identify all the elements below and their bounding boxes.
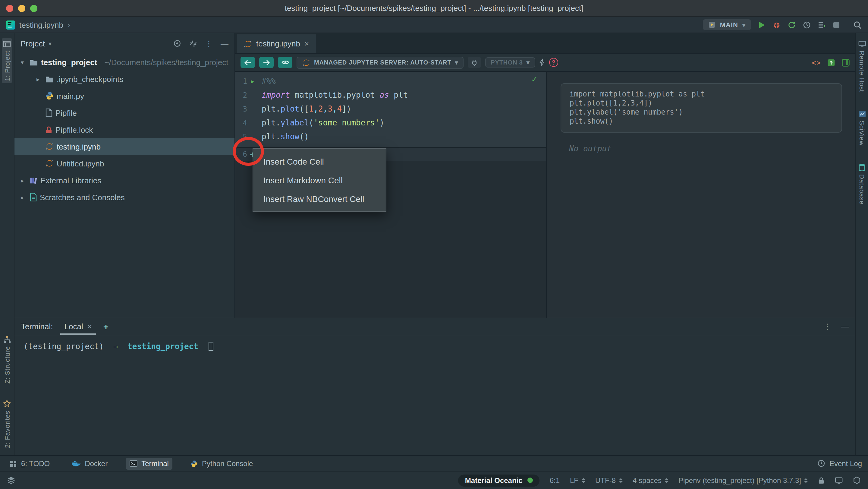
run-cell-icon[interactable]: ▶ <box>247 78 258 84</box>
tool-window-button-docker[interactable]: Docker <box>68 457 111 469</box>
tree-item-scratches-and-consoles[interactable]: ▸Scratches and Consoles <box>14 189 235 206</box>
tool-stripe-button-sciview[interactable]: SciView <box>857 108 867 148</box>
close-tab-icon[interactable]: × <box>304 39 309 48</box>
jupyter-server-icon <box>302 58 310 67</box>
search-everywhere-button[interactable] <box>853 20 862 29</box>
interpreter-widget[interactable]: Pipenv (testing_project) [Python 3.7.3] <box>678 476 808 485</box>
notebook-toolbar: MANAGED JUPYTER SERVER: AUTO-START ▾ PYT… <box>235 54 855 72</box>
tree-item-label: .ipynb_checkpoints <box>57 74 123 84</box>
tree-item-testing-ipynb[interactable]: testing.ipynb <box>14 138 235 155</box>
stop-button[interactable] <box>833 22 840 28</box>
annotation-circle <box>233 137 264 166</box>
close-terminal-tab-icon[interactable]: × <box>87 322 92 331</box>
tree-item-external-libraries[interactable]: ▸External Libraries <box>14 172 235 189</box>
tool-window-button-python-console[interactable]: Python Console <box>187 457 256 469</box>
editor-tab-testing-ipynb[interactable]: testing.ipynb × <box>237 34 315 53</box>
running-processes-button[interactable] <box>818 22 826 28</box>
restart-kernel-icon[interactable] <box>539 59 545 66</box>
tree-item-testing-project[interactable]: ▾testing_project~/Documents/spikes/testi… <box>14 54 235 70</box>
code-token: , <box>333 104 337 113</box>
project-view-title[interactable]: Project <box>21 39 45 48</box>
prompt-directory: testing_project <box>127 342 198 351</box>
collapse-all-button[interactable] <box>189 39 197 47</box>
minimize-window-button[interactable] <box>18 4 25 12</box>
theme-widget[interactable]: Material Oceanic <box>458 474 539 486</box>
chevron-down-icon[interactable]: ▾ <box>49 40 52 47</box>
code-line-1[interactable]: 1▶#%% <box>235 74 546 88</box>
event-log-button[interactable]: Event Log <box>817 459 862 467</box>
tree-item-pipfile-lock[interactable]: Pipfile.lock <box>14 121 235 138</box>
tree-item-ipynb-checkpoints[interactable]: ▸.ipynb_checkpoints <box>14 70 235 87</box>
new-terminal-session-button[interactable]: + <box>103 322 109 332</box>
settings-hexagon-icon[interactable] <box>853 476 861 484</box>
profiler-button[interactable] <box>803 21 811 29</box>
split-layout-button[interactable] <box>841 58 850 67</box>
terminal-header-actions: ⋮ — <box>824 322 849 331</box>
connect-kernel-button[interactable] <box>468 57 481 68</box>
code-text: import matplotlib.pyplot as plt <box>258 90 408 99</box>
more-options-icon[interactable]: ⋮ <box>824 322 831 331</box>
tool-window-button-terminal[interactable]: Terminal <box>126 457 173 469</box>
notebook-preview-pane: import matplotlib.pyplot as pltplt.plot(… <box>547 72 855 318</box>
project-header-actions: ⋮ — <box>173 39 228 48</box>
hide-terminal-icon[interactable]: — <box>841 322 849 331</box>
caret-position-widget[interactable]: 6:1 <box>550 476 560 485</box>
tool-window-button-6-todo[interactable]: 6: TODO <box>6 457 53 469</box>
encoding-value: UTF-8 <box>595 476 616 485</box>
tool-stripe-button-z-structure[interactable]: Z: Structure <box>2 334 12 387</box>
readonly-lock-icon[interactable] <box>818 477 825 484</box>
code-line-5[interactable]: 5plt.show() <box>235 130 546 144</box>
terminal-tab-local[interactable]: Local × <box>60 319 96 334</box>
code-line-2[interactable]: 2import matplotlib.pyplot as plt <box>235 88 546 102</box>
chevron-right-icon[interactable]: ▸ <box>18 194 27 201</box>
locate-file-button[interactable] <box>173 39 181 48</box>
tree-item-label: testing_project <box>41 58 97 67</box>
chevron-right-icon[interactable]: ▸ <box>18 177 27 184</box>
jupyter-server-selector[interactable]: MANAGED JUPYTER SERVER: AUTO-START ▾ <box>297 56 464 68</box>
export-notebook-button[interactable] <box>827 58 835 67</box>
event-log-icon <box>817 459 825 467</box>
indent-widget[interactable]: 4 spaces <box>632 476 668 485</box>
breadcrumb-file[interactable]: testing.ipynb <box>19 20 63 29</box>
stack-icon[interactable] <box>7 476 15 484</box>
more-options-icon[interactable]: ⋮ <box>205 39 213 48</box>
preview-output-button[interactable] <box>278 57 292 68</box>
run-cells-above-button[interactable] <box>241 57 255 68</box>
encoding-widget[interactable]: UTF-8 <box>595 476 622 485</box>
popup-item-insert-markdown-cell[interactable]: Insert Markdown Cell <box>253 171 386 189</box>
tree-item-pipfile[interactable]: Pipfile <box>14 104 235 121</box>
tool-stripe-button-remote-host[interactable]: Remote Host <box>857 38 867 94</box>
run-config-selector[interactable]: MAIN ▾ <box>703 19 751 30</box>
tool-stripe-button-database[interactable]: Database <box>857 161 867 207</box>
code-line-4[interactable]: 4plt.ylabel('some numbers') <box>235 116 546 130</box>
tool-stripe-button-1-project[interactable]: 1: Project <box>2 38 12 84</box>
notebook-cell-1[interactable]: 1▶#%%2import matplotlib.pyplot as plt3pl… <box>235 72 546 147</box>
chevron-right-icon[interactable]: ▸ <box>34 76 42 82</box>
chevron-down-icon: ▾ <box>455 59 458 66</box>
help-icon[interactable]: ? <box>549 58 558 67</box>
tool-stripe-button-2-favorites[interactable]: 2: Favorites <box>2 397 12 450</box>
zoom-window-button[interactable] <box>30 4 37 12</box>
tree-item-untitled-ipynb[interactable]: Untitled.ipynb <box>14 155 235 172</box>
popup-item-insert-code-cell[interactable]: Insert Code Cell <box>253 152 386 171</box>
screen-reader-icon[interactable] <box>835 477 843 484</box>
tree-item-label: main.py <box>57 91 84 100</box>
popup-item-insert-raw-nbconvert-cell[interactable]: Insert Raw NBConvert Cell <box>253 189 386 208</box>
debug-button[interactable] <box>773 21 781 29</box>
terminal-console[interactable]: (testing_project) → testing_project <box>14 335 855 455</box>
line-separator-widget[interactable]: LF <box>570 476 585 485</box>
prompt-arrow: → <box>113 342 118 351</box>
code-line-3[interactable]: 3plt.plot([1,2,3,4]) <box>235 102 546 116</box>
kernel-selector[interactable]: PYTHON 3 ▾ <box>485 57 535 67</box>
chevron-down-icon[interactable]: ▾ <box>18 59 27 65</box>
run-cells-below-button[interactable] <box>259 57 274 68</box>
sciview-icon <box>858 110 866 117</box>
run-button[interactable] <box>758 21 766 29</box>
python-icon <box>45 92 54 100</box>
close-window-button[interactable] <box>6 4 13 12</box>
run-with-coverage-button[interactable] <box>788 21 796 29</box>
jupyter-icon <box>45 159 54 167</box>
tree-item-main-py[interactable]: main.py <box>14 87 235 104</box>
source-editor-toggle-icon[interactable]: <> <box>812 59 821 66</box>
hide-tool-window-icon[interactable]: — <box>221 39 228 48</box>
